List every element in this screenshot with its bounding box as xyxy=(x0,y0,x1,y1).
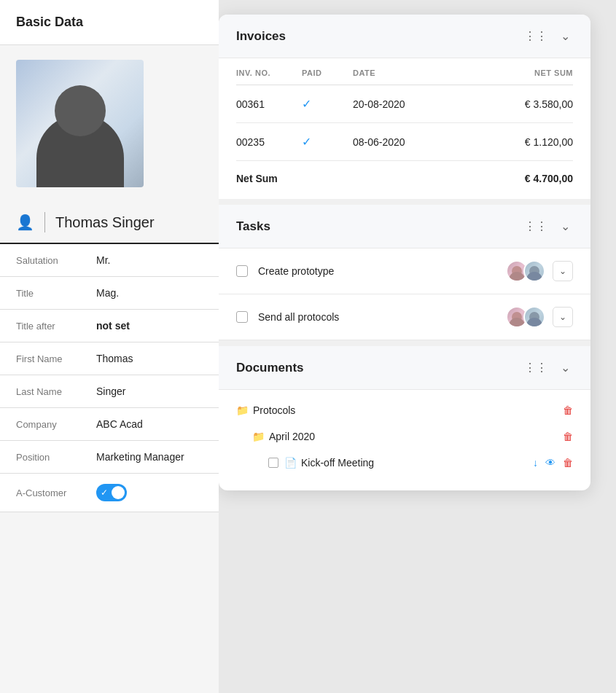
task-avatars-1 xyxy=(506,260,545,282)
invoice-paid-1: ✓ xyxy=(302,97,353,111)
field-company: Company ABC Acad xyxy=(0,408,219,441)
tasks-actions: ⋮⋮ ⌄ xyxy=(521,218,573,235)
invoice-table: INV. NO. PAID DATE NET SUM 00361 ✓ 20-08… xyxy=(219,58,590,199)
field-value-position: Marketing Manager xyxy=(96,451,203,463)
invoices-actions: ⋮⋮ ⌄ xyxy=(521,28,573,44)
documents-title: Documents xyxy=(236,361,304,375)
person-full-name: Thomas Singer xyxy=(55,214,155,231)
task-avatars-2 xyxy=(506,306,545,328)
basic-data-section: Basic Data xyxy=(0,0,219,45)
doc-row-kickoff: 📄 Kick-off Meeting ↓ 👁 🗑 xyxy=(236,450,573,476)
doc-actions-april2020: 🗑 xyxy=(563,431,573,442)
task-avatar-male-1 xyxy=(523,260,545,282)
invoice-date-2: 08-06-2020 xyxy=(353,136,455,148)
invoice-row-1: 00361 ✓ 20-08-2020 € 3.580,00 xyxy=(236,85,573,123)
invoice-row-2: 00235 ✓ 08-06-2020 € 1.120,00 xyxy=(236,123,573,161)
invoices-collapse-icon[interactable]: ⌄ xyxy=(558,28,573,44)
doc-actions-protocols: 🗑 xyxy=(563,404,573,416)
field-first-name: First Name Thomas xyxy=(0,342,219,375)
tasks-dots-icon[interactable]: ⋮⋮ xyxy=(521,218,550,235)
col-header-date: DATE xyxy=(353,68,455,77)
invoice-sum-2: € 1.120,00 xyxy=(455,136,573,148)
doc-delete-protocols[interactable]: 🗑 xyxy=(563,404,573,416)
field-salutation: Salutation Mr. xyxy=(0,244,219,277)
col-header-paid: PAID xyxy=(302,68,353,77)
doc-delete-kickoff[interactable]: 🗑 xyxy=(563,457,573,469)
doc-row-april2020: 📁 April 2020 🗑 xyxy=(236,423,573,450)
profile-photo xyxy=(16,60,144,187)
field-label-title-after: Title after xyxy=(16,321,96,332)
a-customer-toggle[interactable]: ✓ xyxy=(96,484,127,501)
basic-data-title: Basic Data xyxy=(16,15,203,30)
documents-dots-icon[interactable]: ⋮⋮ xyxy=(521,359,550,376)
invoice-date-1: 20-08-2020 xyxy=(353,98,455,110)
field-label-salutation: Salutation xyxy=(16,255,96,266)
doc-name-protocols: Protocols xyxy=(253,404,563,416)
task-expand-1[interactable]: ⌄ xyxy=(553,261,573,281)
task-checkbox-1[interactable] xyxy=(236,265,248,277)
col-header-inv-no: INV. NO. xyxy=(236,68,302,77)
task-checkbox-2[interactable] xyxy=(236,311,248,323)
field-label-first-name: First Name xyxy=(16,353,96,364)
invoice-no-2: 00235 xyxy=(236,136,302,148)
field-label-position: Position xyxy=(16,452,96,463)
field-label-company: Company xyxy=(16,419,96,430)
person-icon: 👤 xyxy=(16,214,34,231)
field-label-a-customer: A-Customer xyxy=(16,488,96,498)
field-label-last-name: Last Name xyxy=(16,386,96,397)
doc-row-protocols: 📁 Protocols 🗑 xyxy=(236,397,573,423)
invoice-paid-2: ✓ xyxy=(302,135,353,149)
task-expand-2[interactable]: ⌄ xyxy=(553,307,573,327)
field-value-company: ABC Acad xyxy=(96,418,203,430)
doc-name-kickoff: Kick-off Meeting xyxy=(301,457,533,469)
doc-download-kickoff[interactable]: ↓ xyxy=(533,457,538,469)
doc-delete-april2020[interactable]: 🗑 xyxy=(563,431,573,442)
person-name-row: 👤 Thomas Singer xyxy=(0,202,219,244)
invoices-dots-icon[interactable]: ⋮⋮ xyxy=(521,28,550,44)
field-value-first-name: Thomas xyxy=(96,353,203,364)
invoice-table-header: INV. NO. PAID DATE NET SUM xyxy=(236,58,573,85)
field-a-customer: A-Customer ✓ xyxy=(0,474,219,512)
a-customer-toggle-container: ✓ xyxy=(96,484,127,501)
detail-card: Invoices ⋮⋮ ⌄ INV. NO. PAID DATE NET SUM… xyxy=(219,15,590,490)
task-row-2: Send all protocols ⌄ xyxy=(219,294,590,340)
documents-section: Documents ⋮⋮ ⌄ 📁 Protocols 🗑 📁 April 202… xyxy=(219,340,590,490)
field-last-name: Last Name Singer xyxy=(0,375,219,408)
net-sum-value: € 4.700,00 xyxy=(455,173,573,184)
invoice-no-1: 00361 xyxy=(236,98,302,110)
folder-icon-april2020: 📁 xyxy=(252,431,265,442)
doc-view-kickoff[interactable]: 👁 xyxy=(545,457,555,469)
col-header-net-sum: NET SUM xyxy=(455,68,573,77)
field-value-title: Mag. xyxy=(96,287,203,299)
field-title-after: Title after not set xyxy=(0,310,219,342)
invoices-title: Invoices xyxy=(236,29,286,44)
net-sum-label: Net Sum xyxy=(236,173,302,184)
documents-section-header: Documents ⋮⋮ ⌄ xyxy=(219,346,590,390)
tasks-section-header: Tasks ⋮⋮ ⌄ xyxy=(219,205,590,248)
task-label-2: Send all protocols xyxy=(258,311,506,323)
invoice-sum-1: € 3.580,00 xyxy=(455,98,573,110)
field-label-title: Title xyxy=(16,288,96,299)
doc-checkbox-kickoff[interactable] xyxy=(268,458,278,468)
field-value-title-after: not set xyxy=(96,320,203,332)
document-tree: 📁 Protocols 🗑 📁 April 2020 🗑 📄 Kick-off … xyxy=(219,390,590,490)
tasks-section: Tasks ⋮⋮ ⌄ Create prototype ⌄ Send all p… xyxy=(219,199,590,340)
file-icon-kickoff: 📄 xyxy=(284,457,297,469)
name-divider xyxy=(44,212,45,232)
tasks-collapse-icon[interactable]: ⌄ xyxy=(558,218,573,235)
field-title: Title Mag. xyxy=(0,277,219,310)
toggle-check-icon: ✓ xyxy=(101,488,108,498)
task-label-1: Create prototype xyxy=(258,265,506,277)
field-value-last-name: Singer xyxy=(96,385,203,397)
documents-collapse-icon[interactable]: ⌄ xyxy=(558,359,573,376)
doc-name-april2020: April 2020 xyxy=(269,431,563,442)
documents-actions: ⋮⋮ ⌄ xyxy=(521,359,573,376)
doc-actions-kickoff: ↓ 👁 🗑 xyxy=(533,457,573,469)
task-avatar-male-2 xyxy=(523,306,545,328)
field-value-salutation: Mr. xyxy=(96,254,203,266)
folder-icon-protocols: 📁 xyxy=(236,404,249,416)
invoice-net-sum-row: Net Sum € 4.700,00 xyxy=(236,161,573,199)
tasks-title: Tasks xyxy=(236,219,270,234)
field-position: Position Marketing Manager xyxy=(0,441,219,474)
invoices-section-header: Invoices ⋮⋮ ⌄ xyxy=(219,15,590,58)
